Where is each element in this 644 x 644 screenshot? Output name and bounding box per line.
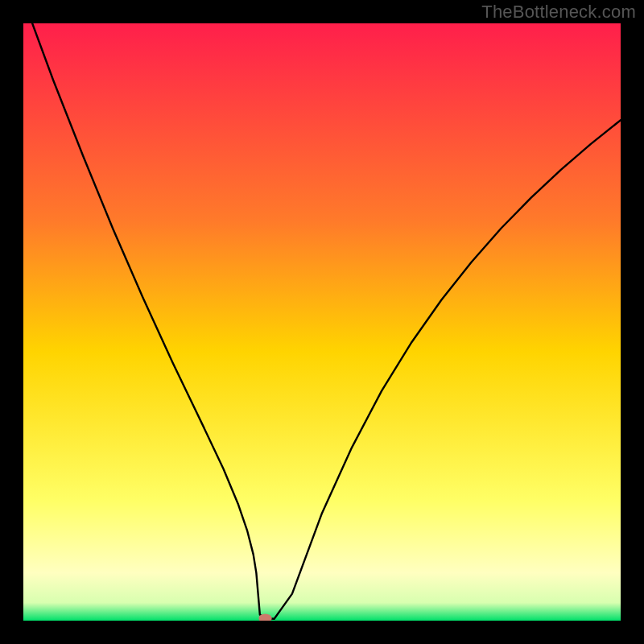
watermark-text: TheBottleneck.com: [481, 2, 636, 23]
chart-svg: [23, 23, 621, 621]
chart-frame: TheBottleneck.com: [0, 0, 644, 644]
plot-area: [23, 23, 621, 621]
gradient-background: [23, 23, 621, 621]
